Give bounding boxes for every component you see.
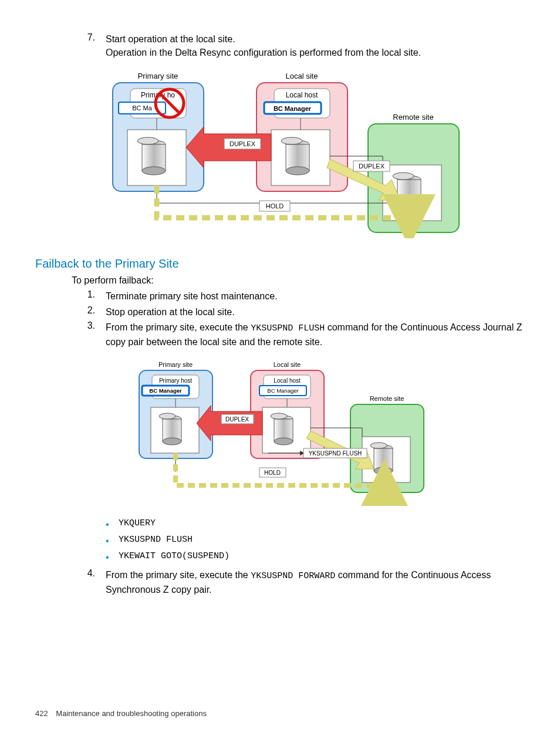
step-7: 7. Start operation at the local site. Op… [35, 32, 525, 59]
svg-point-43 [163, 438, 181, 445]
bullet-icon: • [106, 535, 119, 548]
bullet-text: YKEWAIT GOTO(SUSPEND) [119, 551, 230, 561]
bullet-icon: • [106, 551, 119, 564]
step-1: 1. Terminate primary site host maintenan… [35, 289, 525, 303]
d2-remote-site: Remote site [370, 395, 404, 402]
step-3: 3. From the primary site, execute the YK… [35, 320, 525, 349]
diagram-2: Primary site Primary host BC Manager Loc… [35, 357, 525, 512]
step4-pre: From the primary site, execute the [106, 570, 251, 580]
d2-primary-site: Primary site [158, 361, 193, 368]
footer-title: Maintenance and troubleshooting operatio… [56, 709, 207, 718]
svg-point-9 [142, 167, 166, 175]
step-text: From the primary site, execute the YKSUS… [106, 568, 525, 596]
local-site-label: Local site [286, 72, 318, 80]
svg-point-58 [374, 467, 393, 474]
bullet-text: YKSUSPND FLUSH [119, 535, 193, 545]
step-text: From the primary site, execute the YKSUS… [106, 320, 525, 349]
section-heading: Failback to the Primary Site [35, 257, 525, 271]
hold-label: HOLD [266, 202, 284, 210]
d2-duplex: DUPLEX [225, 416, 249, 423]
intro-text: To perform failback: [72, 275, 525, 286]
page-number: 422 [35, 709, 48, 718]
bullet-item: • YKSUSPND FLUSH [106, 535, 525, 548]
step-text: Start operation at the local site. Opera… [106, 32, 525, 59]
step4-code: YKSUSPND FORWARD [251, 571, 335, 581]
step-number: 3. [72, 320, 106, 331]
bc-manager-p: BC Ma [132, 104, 153, 112]
d2-cmd: YKSUSPND FLUSH [309, 450, 362, 457]
d2-hold: HOLD [264, 470, 281, 476]
duplex2-label: DUPLEX [359, 163, 385, 170]
d2-primary-host: Primary host [159, 377, 192, 384]
step-number: 1. [72, 289, 106, 300]
svg-point-44 [159, 413, 176, 419]
step3-code: YKSUSPND FLUSH [251, 323, 325, 333]
page-footer: 422 Maintenance and troubleshooting oper… [35, 709, 207, 718]
bullet-text: YKQUERY [119, 518, 156, 528]
svg-point-10 [137, 137, 158, 144]
diagram-1: Primary site Primary ho BC Ma Local site [35, 68, 525, 241]
step-line2: Operation in the Delta Resync configurat… [106, 48, 421, 58]
step-number: 4. [72, 568, 106, 579]
d2-bcm-l: BC Manager [267, 387, 298, 394]
step-number: 7. [72, 32, 106, 43]
d2-local-host: Local host [274, 377, 301, 384]
d2-bcm-p: BC Manager [149, 387, 182, 394]
remote-site-label: Remote site [393, 113, 433, 121]
d2-local-site: Local site [274, 361, 301, 368]
svg-point-19 [281, 137, 302, 144]
svg-point-52 [274, 438, 293, 445]
step-text: Terminate primary site host maintenance. [106, 289, 525, 303]
bullet-item: • YKEWAIT GOTO(SUSPEND) [106, 551, 525, 564]
step-4: 4. From the primary site, execute the YK… [35, 568, 525, 596]
bullet-icon: • [106, 518, 119, 531]
bullet-item: • YKQUERY [106, 518, 525, 531]
step-2: 2. Stop operation at the local site. [35, 305, 525, 319]
step3-pre: From the primary site, execute the [106, 322, 251, 332]
step-text: Stop operation at the local site. [106, 305, 525, 319]
svg-point-53 [271, 413, 287, 419]
local-host-label: Local host [286, 91, 318, 99]
duplex1-label: DUPLEX [230, 140, 256, 147]
step-line1: Start operation at the local site. [106, 34, 235, 44]
bc-manager-l: BC Manager [274, 105, 312, 112]
svg-point-59 [370, 443, 387, 448]
primary-site-label: Primary site [138, 72, 178, 80]
step-number: 2. [72, 305, 106, 316]
svg-point-18 [286, 167, 309, 175]
svg-point-25 [393, 173, 414, 180]
